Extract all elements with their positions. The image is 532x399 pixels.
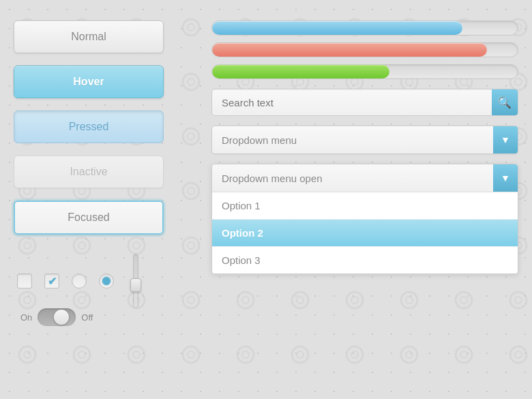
hover-button[interactable]: Hover [14,65,164,98]
pressed-button[interactable]: Pressed [14,110,164,143]
progress-bars-section [211,20,518,79]
dropdown-open-label: Dropdown menu open [212,165,493,192]
toggle-switch[interactable] [38,308,76,326]
chevron-down-icon-2: ▼ [501,173,510,183]
toggle-off-label: Off [81,312,93,323]
checkbox-unchecked[interactable] [17,274,32,289]
progress-fill-red [212,43,487,57]
vertical-slider[interactable] [133,254,138,308]
search-box: 🔍 [211,89,518,116]
dropdown-option-1[interactable]: Option 1 [212,192,518,220]
search-icon: 🔍 [498,96,512,109]
left-column: Normal Hover Pressed Inactive Focused ✔ [14,14,211,385]
progress-bar-blue [211,20,518,35]
toggle-thumb [54,310,69,325]
toggle-on-label: On [20,312,32,323]
dropdown-open: Dropdown menu open ▼ Option 1 Option 2 O… [211,164,518,274]
radio-unchecked[interactable] [72,274,87,289]
checkbox-checked[interactable]: ✔ [44,274,59,289]
progress-bar-red [211,42,518,57]
toggle-area: On Off [20,308,198,326]
dropdown-option-3[interactable]: Option 3 [212,247,518,274]
inactive-button: Inactive [14,156,164,188]
search-button[interactable]: 🔍 [492,89,518,115]
progress-bar-green [211,64,518,79]
ui-container: Normal Hover Pressed Inactive Focused ✔ [0,0,532,399]
dropdown-open-arrow[interactable]: ▼ [493,164,518,192]
radio-checked[interactable] [99,274,114,289]
button-states-section: Normal Hover Pressed Inactive Focused [14,14,198,235]
dropdown-closed[interactable]: Dropdown menu ▼ [211,125,518,154]
dropdown-options-list: Option 1 Option 2 Option 3 [212,192,518,274]
chevron-down-icon: ▼ [501,134,510,145]
normal-button[interactable]: Normal [14,20,164,53]
dropdown-open-header[interactable]: Dropdown menu open ▼ [212,164,518,192]
right-column: 🔍 Dropdown menu ▼ Dropdown menu open ▼ O… [211,14,518,385]
dropdown-closed-arrow[interactable]: ▼ [493,126,518,153]
slider-thumb[interactable] [130,278,141,292]
bottom-controls: ✔ [14,254,198,308]
dropdown-option-2[interactable]: Option 2 [212,220,518,247]
dropdown-closed-label: Dropdown menu [212,127,493,153]
progress-fill-green [212,65,389,78]
checkmark-icon: ✔ [48,275,57,288]
focused-button[interactable]: Focused [14,201,164,235]
progress-fill-blue [212,21,462,35]
search-input[interactable] [212,90,492,115]
